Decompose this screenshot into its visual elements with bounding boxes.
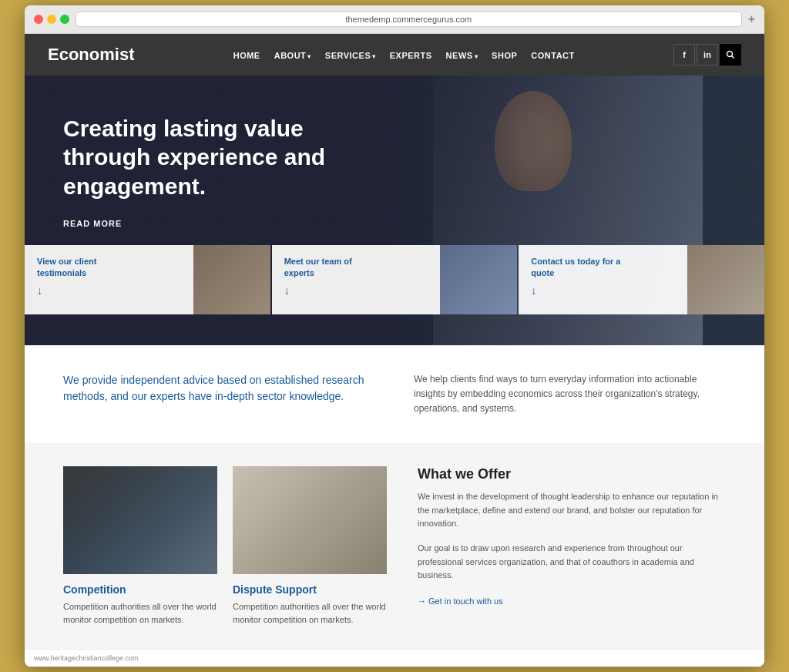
browser-window: themedemp.commercegurus.com + Economist … [25,5,764,667]
dispute-title[interactable]: Dispute Support [233,583,387,596]
search-icon [726,50,735,59]
nav-item-about[interactable]: ABOUT▾ [274,48,311,62]
nav-link-home[interactable]: HOME [233,51,260,60]
nav-item-shop[interactable]: SHOP [492,48,517,62]
feature-card-text-2: Meet our team of experts [284,256,384,278]
facebook-icon[interactable]: f [673,44,695,66]
linkedin-icon[interactable]: in [697,44,718,66]
website: Economist HOME ABOUT▾ SERVICES▾ EXPERTS … [25,34,764,667]
nav-link-experts[interactable]: EXPERTS [390,51,432,60]
feature-card-image-2 [440,245,517,314]
minimize-button[interactable] [47,15,56,24]
hero-section: Creating lasting value through experienc… [25,76,764,345]
feature-card-1[interactable]: View our client testimonials ↓ [25,245,270,314]
service-card-competition: Competition Competition authorities all … [63,466,217,626]
social-icons: f in [673,44,741,66]
service-card-dispute: Dispute Support Competition authorities … [233,466,387,626]
competition-image [63,466,217,574]
browser-chrome: themedemp.commercegurus.com + [25,5,764,34]
nav-link-news[interactable]: NEWS▾ [446,51,478,60]
info-section: We provide independent advice based on e… [25,345,764,444]
close-button[interactable] [34,15,43,24]
site-logo[interactable]: Economist [48,34,134,76]
competition-description: Competition authorities all over the wor… [63,600,217,626]
offer-section: What we Offer We invest in the developme… [402,466,726,607]
nav-item-home[interactable]: HOME [233,48,260,62]
offer-title: What we Offer [418,466,726,482]
offer-link[interactable]: Get in touch with us [418,596,503,606]
dispute-image [233,466,387,574]
nav-link-services[interactable]: SERVICES▾ [325,51,376,60]
nav-item-news[interactable]: NEWS▾ [446,48,478,62]
feature-cards: View our client testimonials ↓ Meet our … [25,245,764,314]
info-right: We help clients find ways to turn everyd… [414,372,726,417]
feature-card-text-3: Contact us today for a quote [531,256,631,278]
nav-item-services[interactable]: SERVICES▾ [325,48,376,62]
competition-title[interactable]: Competition [63,583,217,596]
footer-url: www.heritagechristiancollege.com [34,654,139,662]
nav-link-contact[interactable]: CONTACT [531,51,574,60]
footer-bar: www.heritagechristiancollege.com [25,649,764,667]
feature-card-text-1: View our client testimonials [37,256,137,278]
maximize-button[interactable] [60,15,69,24]
feature-card-3[interactable]: Contact us today for a quote ↓ [519,245,764,314]
info-left: We provide independent advice based on e… [63,372,375,417]
feature-card-image-3 [687,245,764,314]
nav-menu: HOME ABOUT▾ SERVICES▾ EXPERTS NEWS▾ SHOP… [233,48,575,62]
offer-paragraph-1: We invest in the development of thought … [418,490,726,531]
traffic-lights [34,15,69,24]
info-right-text: We help clients find ways to turn everyd… [414,372,726,417]
chevron-down-icon: ▾ [307,53,311,60]
info-left-text: We provide independent advice based on e… [63,372,375,405]
new-tab-button[interactable]: + [748,12,755,26]
chevron-down-icon: ▾ [372,53,376,60]
svg-line-1 [732,55,734,58]
nav-link-about[interactable]: ABOUT▾ [274,51,311,60]
cards-section: Competition Competition authorities all … [25,443,764,649]
chevron-down-icon: ▾ [475,53,478,60]
offer-paragraph-2: Our goal is to draw upon research and ex… [418,542,726,583]
hero-cta-button[interactable]: READ MORE [63,219,122,228]
search-button[interactable] [720,44,741,66]
nav-item-experts[interactable]: EXPERTS [390,48,432,62]
feature-card-image-1 [193,245,270,314]
url-bar[interactable]: themedemp.commercegurus.com [76,12,742,27]
hero-title: Creating lasting value through experienc… [63,114,356,201]
nav-item-contact[interactable]: CONTACT [531,48,574,62]
nav-link-shop[interactable]: SHOP [492,51,517,60]
svg-point-0 [727,51,733,56]
dispute-description: Competition authorities all over the wor… [233,600,387,626]
navigation: Economist HOME ABOUT▾ SERVICES▾ EXPERTS … [25,34,764,76]
feature-card-2[interactable]: Meet our team of experts ↓ [272,245,518,314]
hero-content: Creating lasting value through experienc… [25,76,764,230]
